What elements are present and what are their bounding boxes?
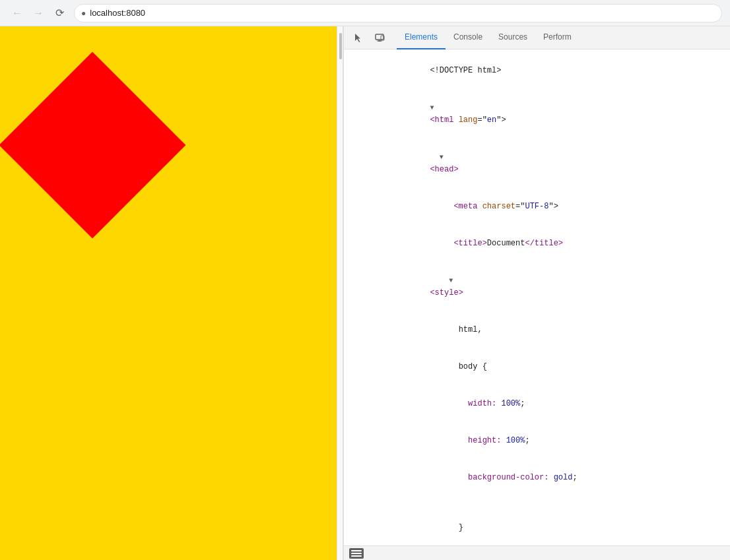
collapse-head[interactable]: ▼ — [440, 152, 444, 164]
code-line-height100: height: 100%; — [344, 422, 730, 459]
reload-button[interactable]: ⟳ — [50, 4, 69, 22]
tab-elements[interactable]: Elements — [397, 26, 446, 49]
main-area: Elements Console Sources Perform — [0, 26, 730, 560]
code-line-width100: width: 100%; — [344, 385, 730, 422]
collapse-html[interactable]: ▼ — [430, 102, 434, 114]
code-line-body-selector: body { — [344, 348, 730, 385]
devtools-content[interactable]: <!DOCTYPE html> ▼ <html lang="en"> ▼ — [344, 49, 730, 545]
browser-window: ← → ⟳ ● localhost:8080 — [0, 0, 730, 560]
tab-sources[interactable]: Sources — [490, 26, 535, 49]
hamburger-menu[interactable] — [349, 548, 364, 559]
menu-line-1 — [351, 550, 362, 551]
collapse-style1[interactable]: ▼ — [449, 275, 453, 287]
code-line-style1-open: ▼ <style> — [344, 262, 730, 311]
devtools-tabs: Elements Console Sources Perform — [344, 26, 730, 49]
code-line-bg-gold: background-color: gold; — [344, 459, 730, 496]
code-line-meta: <meta charset="UTF-8"> — [344, 188, 730, 225]
devtools-bottom-bar — [344, 545, 730, 560]
scrollbar-thumb[interactable] — [339, 33, 342, 59]
red-diamond — [0, 52, 185, 239]
scrollbar-divider — [337, 26, 343, 560]
code-line-empty1 — [344, 496, 730, 509]
tab-console[interactable]: Console — [446, 26, 490, 49]
cursor-icon-btn[interactable] — [349, 28, 368, 47]
address-text: localhost:8080 — [90, 8, 145, 18]
device-icon-btn[interactable] — [370, 28, 389, 47]
browser-toolbar: ← → ⟳ ● localhost:8080 — [0, 0, 730, 26]
tab-perform[interactable]: Perform — [535, 26, 580, 49]
code-line-head: ▼ <head> — [344, 139, 730, 188]
devtools-icons — [349, 28, 389, 47]
back-button[interactable]: ← — [8, 4, 26, 22]
cursor-icon — [353, 32, 364, 43]
code-line-doctype: <!DOCTYPE html> — [344, 52, 730, 89]
device-icon — [374, 32, 385, 43]
address-bar[interactable]: ● localhost:8080 — [74, 4, 722, 22]
code-line-html: ▼ <html lang="en"> — [344, 89, 730, 139]
svg-rect-0 — [376, 34, 383, 40]
code-line-close-brace1: } — [344, 509, 730, 545]
secure-icon: ● — [81, 9, 86, 18]
menu-line-2 — [351, 553, 362, 554]
nav-buttons: ← → ⟳ — [8, 4, 69, 22]
forward-button[interactable]: → — [29, 4, 48, 22]
page-content — [0, 26, 337, 560]
devtools-panel: Elements Console Sources Perform — [343, 26, 730, 560]
code-line-html-selector: html, — [344, 311, 730, 348]
menu-line-3 — [351, 555, 362, 557]
code-line-title: <title>Document</title> — [344, 225, 730, 262]
